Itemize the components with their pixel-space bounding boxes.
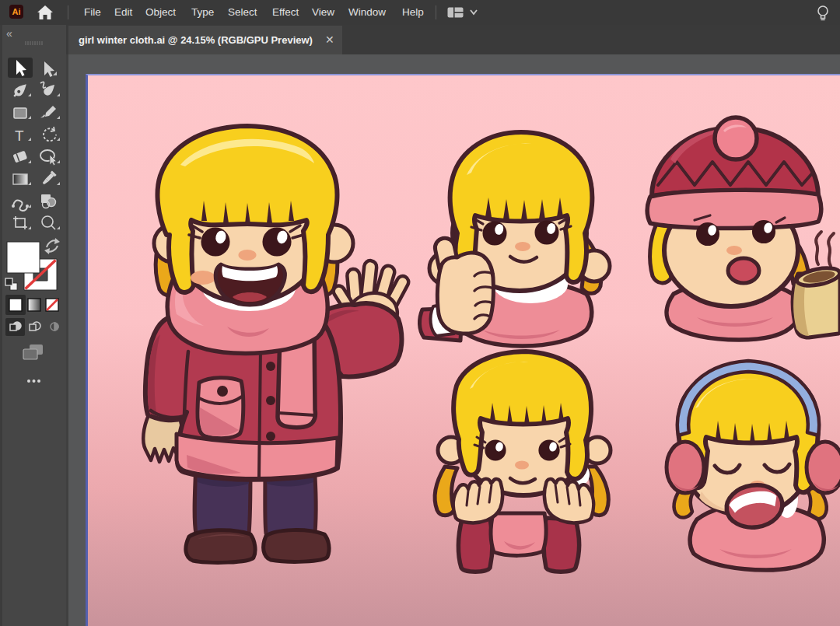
svg-text:T: T: [15, 128, 24, 144]
svg-text:«: «: [6, 27, 12, 40]
